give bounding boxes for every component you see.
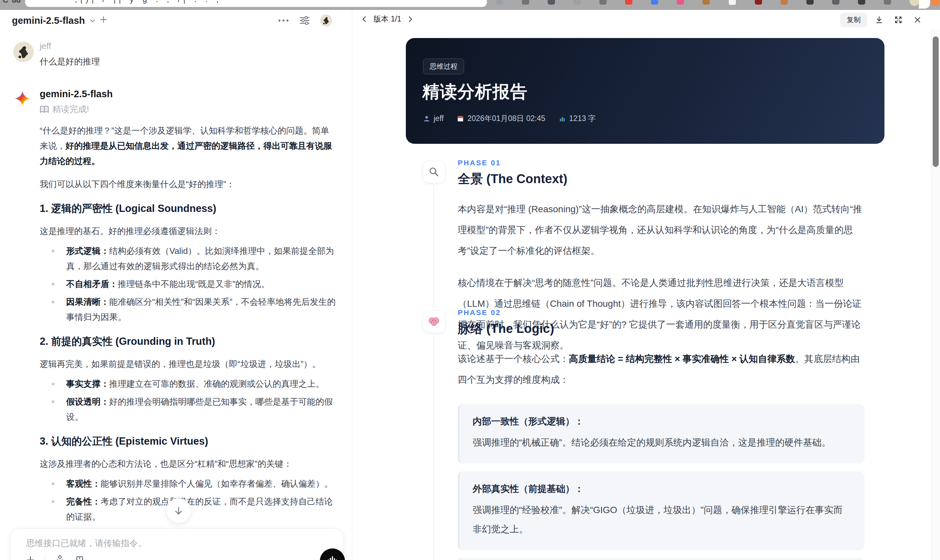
more-options-icon[interactable] [278, 18, 289, 23]
chevron-left-icon[interactable] [361, 15, 368, 23]
assistant-message-body: “什么是好的推理？”这是一个涉及逻辑学、认知科学和哲学核心的问题。简单来说，好的… [40, 123, 336, 560]
dimension-box: 内部一致性（形式逻辑）： 强调推理的“机械正确”。结论必须在给定的规则系统内逻辑… [458, 404, 864, 463]
bookmark-icon[interactable] [75, 555, 85, 560]
phase-label: PHASE 01 [458, 158, 864, 167]
chevron-right-icon[interactable] [407, 15, 414, 23]
magnifier-icon [428, 166, 439, 177]
timeline-connector [433, 335, 434, 560]
scrollbar-track[interactable] [931, 29, 940, 560]
calendar-icon [457, 115, 464, 122]
phase-1-icon-card [423, 161, 445, 183]
browser-toolbar: C 88 ,|)| / || y g . , /| . . , [0, 0, 940, 10]
bullet-item: 客观性：能够识别并尽量排除个人偏见（如幸存者偏差、确认偏差）。 [66, 476, 336, 491]
user-message-text: 什么是好的推理 [40, 56, 336, 68]
bullet-list: 形式逻辑：结构必须有效（Valid）。比如演绎推理中，如果前提全部为真，那么通过… [40, 243, 336, 325]
browser-profile-icon[interactable] [931, 0, 939, 6]
phase-2-section: PHASE 02 脉络 (The Logic) 该论述基于一个核心公式：高质量结… [458, 308, 864, 560]
phase-title: 全景 (The Context) [458, 171, 864, 188]
section-title: 1. 逻辑的严密性 (Logical Soundness) [40, 202, 336, 215]
browser-tab-icon[interactable]: 88 [12, 0, 21, 5]
composer-toolbar [25, 554, 85, 560]
book-icon [40, 105, 49, 113]
app-window: gemini-2.5-flash [0, 10, 940, 560]
brain-icon [428, 316, 440, 327]
close-icon [914, 16, 922, 24]
user-name: jeff [40, 41, 336, 51]
person-icon [423, 115, 430, 122]
section-title: 2. 前提的真实性 (Grounding in Truth) [40, 335, 336, 348]
assistant-name: gemini-2.5-flash [40, 89, 336, 100]
phase-title: 脉络 (The Logic) [458, 320, 864, 337]
report-hero-card: 思维过程 精读分析报告 jeff 2026年01月08日 [406, 38, 885, 144]
attach-plus-icon[interactable] [25, 555, 35, 560]
dimension-box: 主体伦理（认识美德）： 转向推理者的心理特征。引入奥卡姆剃刀和反向论证，旨在克服… [458, 558, 864, 560]
chat-message-list: jeff 什么是好的推理 [0, 29, 352, 560]
plus-icon [99, 15, 108, 24]
artifact-panel: 版本 1/1 复制 [352, 10, 940, 560]
report-badge: 思维过程 [423, 58, 464, 74]
tools-sparkle-icon[interactable] [54, 554, 65, 560]
report-word-count: 1213 字 [559, 113, 596, 124]
new-chat-button[interactable] [99, 15, 108, 24]
dimension-box: 外部真实性（前提基础）： 强调推理的“经验校准”。解决“GIGO（垃圾进，垃圾出… [458, 471, 864, 550]
bullet-item: 完备性：考虑了对立的观点和潜在的反证，而不是只选择支持自己结论的证据。 [66, 494, 336, 524]
user-avatar[interactable] [320, 15, 332, 26]
artifact-actions: 复制 [840, 12, 925, 27]
chat-panel: gemini-2.5-flash [0, 10, 352, 560]
dimension-boxes: 内部一致性（形式逻辑）： 强调推理的“机械正确”。结论必须在给定的规则系统内逻辑… [458, 404, 864, 560]
section-desc: 逻辑再完美，如果前提是错误的，推理也是垃圾（即“垃圾进，垃圾出”）。 [40, 356, 336, 372]
chevron-down-icon [89, 17, 96, 25]
phase-label: PHASE 02 [458, 308, 864, 317]
chat-header: gemini-2.5-flash [0, 10, 352, 29]
scrollbar-thumb[interactable] [933, 36, 938, 167]
bullet-item: 假设透明：好的推理会明确指明哪些是已知事实，哪些是基于可能的假设。 [66, 394, 336, 425]
message-input[interactable] [25, 538, 278, 549]
close-button[interactable] [910, 13, 925, 26]
intro-paragraph: “什么是好的推理？”这是一个涉及逻辑学、认知科学和哲学核心的问题。简单来说，好的… [40, 123, 336, 169]
chat-title: gemini-2.5-flash [12, 15, 85, 26]
version-label: 版本 1/1 [373, 14, 401, 24]
arrow-down-icon [174, 506, 183, 516]
waveform-icon [327, 555, 338, 560]
box-text: 强调推理的“经验校准”。解决“GIGO（垃圾进，垃圾出）”问题，确保推理引擎运行… [473, 500, 851, 539]
avatar-figure-icon [16, 45, 31, 59]
box-title: 内部一致性（形式逻辑）： [473, 415, 851, 428]
url-text-sliver: ,|)| / || y g . , /| . . , [75, 0, 373, 5]
status-text: 精读完成! [52, 103, 89, 115]
bullet-list: 事实支撑：推理建立在可靠的数据、准确的观测或公认的真理之上。 假设透明：好的推理… [40, 376, 336, 425]
model-selector[interactable]: gemini-2.5-flash [12, 15, 96, 26]
copy-button[interactable]: 复制 [840, 12, 867, 27]
address-bar[interactable]: ,|)| / || y g . , /| . . , [25, 0, 487, 7]
phase-paragraph: 该论述基于一个核心公式：高质量结论 = 结构完整性 × 事实准确性 × 认知自律… [458, 348, 864, 390]
report-title: 精读分析报告 [422, 80, 527, 103]
scroll-to-bottom-button[interactable] [166, 498, 191, 523]
screenshot-root: C 88 ,|)| / || y g . , /| . . , gemini-2… [0, 0, 940, 560]
lead-paragraph: 我们可以从以下四个维度来衡量什么是“好的推理”： [40, 177, 336, 192]
bullet-item: 因果清晰：能准确区分“相关性”和“因果关系”，不会轻率地将先后发生的事情归为因果… [66, 294, 336, 325]
user-message: jeff 什么是好的推理 [13, 41, 336, 68]
section-desc: 这是推理的基石。好的推理必须遵循逻辑法则： [40, 223, 336, 238]
report-author: jeff [423, 114, 444, 123]
window-corner [919, 0, 930, 9]
browser-nav-icon[interactable]: C [3, 0, 8, 5]
expand-icon [894, 15, 903, 24]
phase-2-icon-card [423, 311, 445, 333]
version-navigator: 版本 1/1 [361, 14, 414, 24]
timeline-connector [433, 185, 434, 308]
section-title: 3. 认知的公正性 (Epistemic Virtues) [40, 434, 336, 448]
download-button[interactable] [872, 13, 886, 26]
bar-chart-icon [559, 115, 566, 122]
bullet-item: 形式逻辑：结构必须有效（Valid）。比如演绎推理中，如果前提全部为真，那么通过… [66, 243, 336, 274]
section-desc: 这涉及推理者的心态和方法论，也是区分“杠精”和“思想家”的关键： [40, 456, 336, 471]
download-icon [875, 15, 883, 24]
settings-sliders-icon[interactable] [299, 15, 310, 26]
extension-icons[interactable] [496, 0, 920, 6]
report-datetime: 2026年01月08日 02:45 [457, 113, 545, 124]
chat-header-actions [278, 15, 332, 26]
user-avatar [13, 42, 34, 62]
expand-button[interactable] [891, 13, 906, 26]
voice-input-button[interactable] [320, 548, 345, 560]
box-text: 强调推理的“机械正确”。结论必须在给定的规则系统内逻辑自洽，这是推理的硬件基础。 [473, 433, 851, 452]
message-composer [10, 528, 344, 560]
avatar-figure-icon [322, 16, 330, 25]
